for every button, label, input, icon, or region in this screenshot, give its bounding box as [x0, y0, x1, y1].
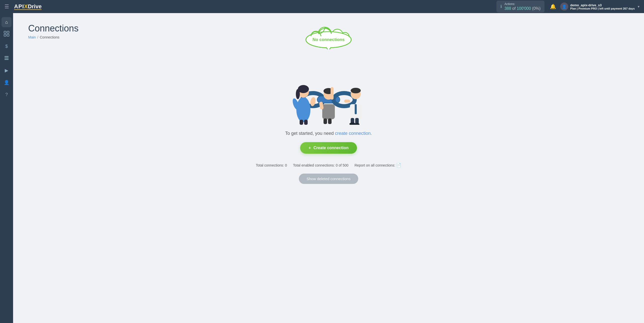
svg-point-29 — [296, 89, 300, 99]
hamburger-menu[interactable]: ☰ — [5, 4, 9, 10]
actions-badge-text: Actions: 388 of 100'000 (0%) — [504, 2, 541, 11]
svg-rect-42 — [355, 104, 357, 114]
cta-text: To get started, you need create connecti… — [285, 131, 372, 136]
create-connection-button[interactable]: + Create connection — [300, 142, 357, 154]
actions-value: 388 of 100'000 (0%) — [504, 6, 541, 11]
svg-rect-32 — [300, 120, 303, 125]
create-btn-label: Create connection — [313, 146, 349, 150]
people-chain-illustration — [276, 67, 381, 125]
actions-pct: (0%) — [531, 6, 541, 11]
actions-label: Actions: — [504, 2, 541, 6]
report-icon[interactable]: 📄 — [396, 163, 401, 167]
logo: APIXDrive — [14, 3, 42, 10]
sidebar-item-media[interactable]: ▶ — [2, 65, 12, 75]
svg-rect-3 — [7, 34, 9, 36]
logo-x: X — [24, 3, 28, 10]
sidebar-item-billing[interactable]: $ — [2, 41, 12, 51]
svg-point-49 — [354, 123, 359, 125]
topnav: ☰ APIXDrive ℹ Actions: 388 of 100'000 (0… — [0, 0, 644, 13]
total-connections-stat: Total connections: 0 — [256, 163, 287, 167]
center-area: No connections — [28, 49, 629, 184]
play-icon: ▶ — [5, 68, 8, 73]
user-section[interactable]: 👤 demo_apix-drive_s3 Plan | Premium PRO … — [560, 3, 639, 11]
main-content: Connections Main / Connections — [13, 13, 644, 323]
svg-rect-34 — [322, 104, 335, 119]
logo-drive: Drive — [28, 3, 42, 10]
actions-sep: of — [511, 6, 517, 11]
user-info: demo_apix-drive_s3 Plan | Premium PRO | … — [570, 3, 635, 10]
plus-icon: + — [309, 146, 311, 150]
help-icon: ? — [5, 92, 8, 97]
sidebar-item-help[interactable]: ? — [2, 90, 12, 100]
svg-rect-6 — [5, 59, 9, 60]
sidebar: ⌂ $ ▶ — [0, 13, 13, 323]
svg-rect-37 — [331, 87, 334, 100]
svg-rect-1 — [7, 31, 9, 33]
stats-row: Total connections: 0 Total enabled conne… — [256, 163, 401, 168]
tools-icon — [4, 55, 9, 62]
sidebar-item-tools[interactable] — [2, 53, 12, 63]
user-plan: Plan | Premium PRO | left until payment … — [570, 7, 635, 10]
svg-rect-0 — [4, 31, 6, 33]
cloud-speech-bubble: No connections — [301, 27, 356, 49]
illustration: No connections — [283, 49, 374, 125]
sidebar-item-home[interactable]: ⌂ — [2, 17, 12, 27]
svg-rect-5 — [5, 58, 9, 58]
breadcrumb-separator: / — [37, 35, 38, 39]
actions-total: 100'000 — [517, 6, 531, 11]
breadcrumb-home[interactable]: Main — [28, 35, 36, 39]
total-enabled-stat: Total enabled connections: 0 of 500 — [293, 163, 348, 167]
breadcrumb-current: Connections — [40, 35, 59, 39]
actions-count: 388 — [504, 6, 511, 11]
sidebar-item-account[interactable]: 👤 — [2, 77, 12, 88]
home-icon: ⌂ — [5, 20, 8, 25]
user-name: demo_apix-drive_s3 — [570, 3, 635, 7]
main-layout: ⌂ $ ▶ — [0, 13, 644, 323]
avatar-icon: 👤 — [562, 4, 567, 9]
billing-icon: $ — [5, 44, 8, 49]
user-avatar: 👤 — [560, 3, 568, 11]
svg-rect-45 — [344, 100, 350, 103]
svg-rect-4 — [5, 56, 9, 57]
report-stat: Report on all connections: 📄 — [354, 163, 401, 168]
logo-api: API — [14, 3, 24, 10]
account-icon: 👤 — [4, 80, 9, 85]
create-connection-link[interactable]: create connection. — [335, 131, 372, 136]
user-chevron-icon: ▾ — [638, 5, 639, 9]
show-deleted-button[interactable]: Show deleted connections — [299, 174, 358, 184]
notifications-bell[interactable]: 🔔 — [550, 4, 556, 10]
svg-point-26 — [296, 97, 310, 122]
svg-point-44 — [351, 88, 361, 93]
actions-badge[interactable]: ℹ Actions: 388 of 100'000 (0%) — [497, 1, 544, 12]
svg-rect-2 — [4, 34, 6, 36]
svg-rect-39 — [324, 118, 327, 124]
sidebar-item-connections[interactable] — [2, 29, 12, 39]
svg-rect-33 — [304, 120, 308, 125]
info-icon: ℹ — [500, 4, 502, 9]
svg-text:No connections: No connections — [312, 37, 345, 42]
svg-rect-40 — [328, 118, 332, 124]
connections-icon — [4, 31, 9, 38]
